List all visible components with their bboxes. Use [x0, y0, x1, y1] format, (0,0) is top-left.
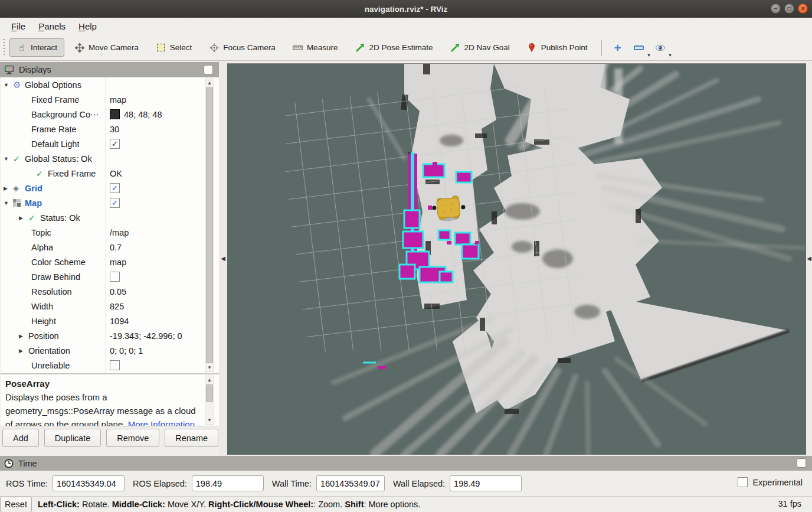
property-value[interactable]: map	[110, 257, 126, 267]
property-value[interactable]: 0.7	[110, 243, 122, 252]
toolbar: ☝InteractMove CameraSelectFocus CameraMe…	[0, 35, 812, 61]
experimental-checkbox[interactable]	[738, 477, 748, 487]
reset-button[interactable]: Reset	[0, 497, 32, 512]
color-swatch[interactable]	[110, 109, 120, 119]
tree-row[interactable]: ✓Fixed FrameOK	[1, 166, 219, 181]
tree-row[interactable]: Width825	[1, 299, 219, 314]
expander-icon[interactable]: ▼	[4, 82, 13, 88]
tool-visibility-button[interactable]: ▾	[651, 39, 669, 57]
property-checkbox[interactable]: ✓	[110, 183, 120, 193]
wall-time-input[interactable]	[316, 475, 385, 491]
chevron-down-icon[interactable]: ▾	[669, 53, 672, 58]
scroll-down-icon[interactable]: ▼	[205, 418, 214, 423]
title-bar[interactable]: navigation.rviz* - RViz − □ ×	[0, 0, 812, 18]
expander-icon[interactable]: ▶	[19, 215, 28, 221]
tree-row[interactable]: ▼Map✓	[1, 195, 219, 210]
menu-file[interactable]: File	[5, 19, 32, 33]
expander-icon[interactable]: ▼	[4, 200, 13, 206]
tree-row[interactable]: Resolution0.05	[1, 284, 219, 299]
tree-row[interactable]: ▶◈Grid✓	[1, 181, 219, 195]
tool-interact[interactable]: ☝Interact	[9, 38, 64, 57]
property-value[interactable]: 30	[110, 125, 119, 134]
pin-icon	[527, 43, 537, 53]
expander-icon[interactable]: ▶	[19, 333, 28, 339]
more-information-link[interactable]: More Information.	[128, 419, 198, 426]
scrollbar-thumb[interactable]	[206, 87, 213, 363]
maximize-button-icon[interactable]: □	[784, 4, 794, 14]
property-value[interactable]: map	[110, 95, 126, 105]
help-segment: Move X/Y.	[165, 500, 208, 509]
left-panel-splitter[interactable]: ◀	[219, 61, 227, 456]
rename-button[interactable]: Rename	[165, 429, 218, 447]
displays-panel-header[interactable]: Displays	[0, 62, 219, 77]
tool-measure[interactable]: Measure	[286, 38, 345, 57]
toolbar-drag-handle[interactable]	[2, 39, 6, 57]
add-tool-button[interactable]: +	[609, 39, 627, 57]
tool-select[interactable]: Select	[149, 38, 199, 57]
collapse-left-icon[interactable]: ◀	[221, 255, 225, 262]
description-scrollbar[interactable]: ▲ ▼	[205, 376, 214, 425]
panel-float-button[interactable]	[797, 458, 806, 468]
property-value[interactable]: 0.05	[110, 287, 126, 296]
property-value[interactable]: OK	[110, 169, 122, 178]
add-button[interactable]: Add	[2, 429, 39, 447]
scroll-up-icon[interactable]: ▲	[205, 80, 214, 86]
property-checkbox[interactable]	[110, 272, 120, 282]
property-checkbox[interactable]: ✓	[110, 139, 120, 149]
close-button-icon[interactable]: ×	[798, 4, 808, 14]
wall-elapsed-input[interactable]	[450, 475, 522, 491]
panel-float-button[interactable]	[204, 65, 213, 74]
tool-label: Move Camera	[89, 43, 139, 52]
tool-2d-nav-goal[interactable]: 2D Nav Goal	[443, 38, 516, 57]
tree-row[interactable]: Draw Behind	[1, 269, 219, 284]
tree-row[interactable]: Background Co⋯48; 48; 48	[1, 107, 219, 122]
tree-row[interactable]: Default Light✓	[1, 136, 219, 151]
tool-focus-camera[interactable]: Focus Camera	[202, 38, 283, 57]
duplicate-button[interactable]: Duplicate	[44, 429, 101, 447]
property-value[interactable]: 48; 48; 48	[124, 110, 162, 119]
tree-row[interactable]: Height1094	[1, 314, 219, 328]
tool-label: Publish Point	[541, 43, 588, 52]
ros-elapsed-input[interactable]	[192, 475, 264, 491]
right-panel-splitter[interactable]: ◀	[806, 61, 812, 456]
tree-row[interactable]: ▶Position-19.343; -42.996; 0	[1, 328, 219, 343]
ros-time-input[interactable]	[53, 475, 125, 491]
tree-row[interactable]: Topic/map	[1, 225, 219, 240]
tree-row[interactable]: Unreliable	[1, 358, 219, 373]
tree-row[interactable]: ▶Orientation0; 0; 0; 1	[1, 343, 219, 358]
expander-icon[interactable]: ▶	[19, 348, 28, 354]
property-value[interactable]: 825	[110, 302, 124, 311]
expander-icon[interactable]: ▶	[4, 185, 13, 191]
remove-tool-button[interactable]: ▾	[630, 39, 648, 57]
collapse-right-icon[interactable]: ◀	[807, 255, 811, 262]
chevron-down-icon[interactable]: ▾	[648, 53, 650, 58]
menu-panels[interactable]: Panels	[32, 19, 72, 33]
tree-row[interactable]: ▶✓Status: Ok	[1, 210, 219, 225]
tree-scrollbar[interactable]: ▲ ▼	[205, 79, 214, 372]
expander-icon[interactable]: ▼	[4, 156, 13, 162]
scroll-up-icon[interactable]: ▲	[205, 377, 214, 383]
property-checkbox[interactable]: ✓	[110, 198, 120, 208]
tool-2d-pose-estimate[interactable]: 2D Pose Estimate	[348, 38, 440, 57]
property-label: Draw Behind	[31, 272, 80, 282]
time-panel-header[interactable]: Time	[0, 456, 812, 471]
tree-row[interactable]: Frame Rate30	[1, 122, 219, 136]
property-value[interactable]: /map	[110, 228, 129, 237]
remove-button[interactable]: Remove	[106, 429, 159, 447]
tree-row[interactable]: Alpha0.7	[1, 240, 219, 255]
tool-publish-point[interactable]: Publish Point	[520, 38, 595, 57]
menu-help[interactable]: Help	[72, 19, 103, 33]
tool-move-camera[interactable]: Move Camera	[67, 38, 146, 57]
minimize-button-icon[interactable]: −	[771, 4, 781, 14]
property-value[interactable]: 1094	[110, 317, 129, 326]
tree-row[interactable]: ▼✓Global Status: Ok	[1, 151, 219, 166]
property-value[interactable]: -19.343; -42.996; 0	[110, 331, 182, 341]
scroll-down-icon[interactable]: ▼	[205, 365, 214, 370]
tree-row[interactable]: ▼⚙Global Options	[1, 77, 219, 92]
scrollbar-thumb[interactable]	[206, 384, 213, 402]
tree-row[interactable]: Fixed Framemap	[1, 92, 219, 107]
property-value[interactable]: 0; 0; 0; 1	[110, 346, 143, 356]
render-view-3d[interactable]	[227, 63, 806, 455]
tree-row[interactable]: Color Schememap	[1, 255, 219, 269]
property-checkbox[interactable]	[110, 360, 120, 370]
